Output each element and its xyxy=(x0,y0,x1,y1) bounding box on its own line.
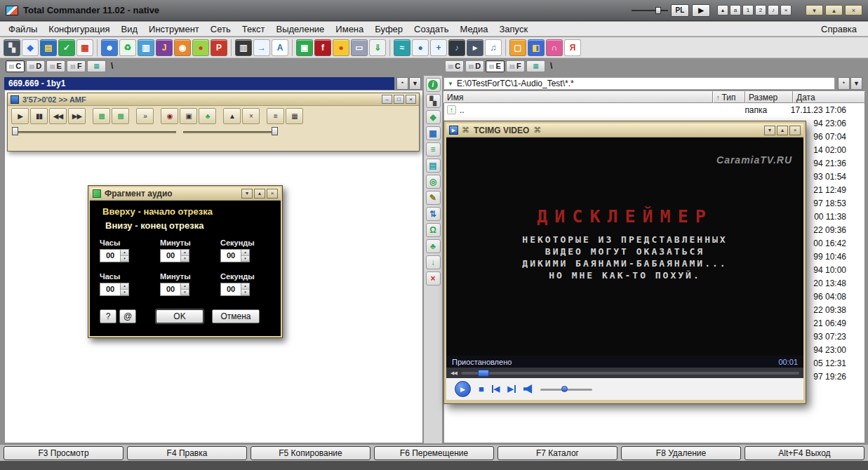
media-player-j-icon[interactable]: J xyxy=(156,39,173,56)
strip-layers-button[interactable]: ≡ xyxy=(426,142,441,156)
strip-table-button[interactable]: ▤ xyxy=(426,159,441,173)
doc-export-icon[interactable]: → xyxy=(253,39,270,56)
drive-button-right-f[interactable]: ▤F xyxy=(506,60,525,72)
menu-item-4[interactable]: Инструмент xyxy=(143,23,205,35)
player-pause-button[interactable]: ▮▮ xyxy=(30,108,48,124)
spinner-up-button[interactable]: ▴ xyxy=(121,250,128,256)
audio-player-window[interactable]: 3'57>0'02 >> AMF –□× ▶▮▮◀◀▶▶▩▩»◉▣♣▲×≡▦ xyxy=(7,93,420,152)
dos-box-icon[interactable]: ▚ xyxy=(4,39,20,56)
spinner-up-button[interactable]: ▴ xyxy=(181,250,189,256)
end-seconds-spinner[interactable]: 00▴▾ xyxy=(220,283,250,296)
spinner-up-button[interactable]: ▴ xyxy=(241,283,249,290)
drive-button-left-c[interactable]: ▤C xyxy=(6,60,25,72)
color-grid-icon[interactable]: ▦ xyxy=(76,39,93,56)
seek-bar[interactable] xyxy=(461,372,799,375)
player-playlist-button[interactable]: ≡ xyxy=(267,108,284,124)
video-display-area[interactable]: CaramiaTV.RU ДИСКЛЕЙМЕР НЕКОТОРЫЕ ИЗ ПРЕ… xyxy=(446,137,803,356)
film-icon[interactable]: ▥ xyxy=(235,39,252,56)
video-play-button[interactable]: ▶ xyxy=(455,381,471,397)
pdf-icon[interactable]: P xyxy=(211,39,227,56)
disk-check-icon[interactable]: ◆ xyxy=(22,39,39,56)
player-fast-forward-button[interactable]: » xyxy=(136,108,154,124)
titlebar-play-button[interactable]: ▶ xyxy=(692,4,710,17)
strip-omega-button[interactable]: Ω xyxy=(426,223,441,237)
video-previous-button[interactable]: ◀ xyxy=(492,385,500,393)
player-skin-icon[interactable]: ▸ xyxy=(467,39,483,56)
player-maximize-button[interactable]: □ xyxy=(394,95,404,104)
chart-pie-icon[interactable]: ● xyxy=(333,39,349,56)
video-stop-button[interactable]: ■ xyxy=(479,384,484,394)
pl-button[interactable]: PL xyxy=(671,4,689,17)
blue-red-split-icon[interactable]: ◧ xyxy=(528,39,545,56)
tv-icon[interactable]: ▤ xyxy=(40,39,57,56)
function-button-7[interactable]: Alt+F4 Выход xyxy=(745,446,864,460)
column-header-дата[interactable]: Дата xyxy=(793,91,865,103)
close-button[interactable]: × xyxy=(845,5,862,15)
menu-item-11[interactable]: Медиа xyxy=(454,23,493,35)
player-next-button[interactable]: ▶▶ xyxy=(68,108,86,124)
menu-item-6[interactable]: Текст xyxy=(236,23,271,35)
player-play-button[interactable]: ▶ xyxy=(11,108,29,124)
striped-monitor-icon[interactable]: ▥ xyxy=(138,39,154,56)
player-image-2-button[interactable]: ▩ xyxy=(112,108,129,124)
left-panel-path-header[interactable]: 669.669 - 1by1 xyxy=(4,77,394,90)
music-note-icon[interactable]: ♫ xyxy=(485,39,502,56)
player-grid-button[interactable]: ▦ xyxy=(286,108,303,124)
end-minutes-spinner[interactable]: 00▴▾ xyxy=(160,283,189,296)
player-previous-button[interactable]: ◀◀ xyxy=(49,108,67,124)
flow-icon[interactable]: ≈ xyxy=(394,39,410,56)
volume-slider-thumb[interactable] xyxy=(272,127,278,135)
right-panel-root-button[interactable]: * xyxy=(838,77,850,90)
strip-grid-button[interactable]: ▦ xyxy=(426,126,441,140)
column-header-имя[interactable]: Имя xyxy=(443,91,713,103)
globe-icon[interactable]: ● xyxy=(412,39,429,56)
speaker-icon[interactable] xyxy=(523,384,533,394)
video-player-window[interactable]: ▶ ⌘ TCIMG VIDEO ⌘ ▾ ▴ × CaramiaTV.RU ДИС… xyxy=(443,121,806,404)
network-drive-button-left[interactable]: ▦ xyxy=(87,60,106,72)
dialog-close-button[interactable]: × xyxy=(267,189,278,199)
menu-item-9[interactable]: Буфер xyxy=(369,23,408,35)
spinner-down-button[interactable]: ▾ xyxy=(121,256,128,262)
network-drive-button-right[interactable]: ▦ xyxy=(526,60,545,72)
function-button-2[interactable]: F4 Правка xyxy=(127,446,247,460)
start-seconds-spinner[interactable]: 00▴▾ xyxy=(220,249,250,262)
spinner-down-button[interactable]: ▾ xyxy=(121,290,128,296)
orange-tool-icon[interactable]: ▢ xyxy=(509,39,526,56)
camera-icon[interactable]: ◉ xyxy=(174,39,191,56)
video-volume-slider[interactable] xyxy=(540,385,592,394)
strip-info-button[interactable]: i xyxy=(426,78,441,92)
titlebar-slider[interactable] xyxy=(632,6,668,15)
rewind-icon[interactable]: ◀◀ xyxy=(450,370,457,376)
titlebar-mini-button-3[interactable]: 1 xyxy=(742,5,754,15)
left-panel-root-button[interactable]: * xyxy=(396,77,408,90)
video-minimize-button[interactable]: ▾ xyxy=(764,126,775,135)
titlebar-mini-button-1[interactable]: ▴ xyxy=(717,5,728,15)
antivirus-shield-icon[interactable]: ✓ xyxy=(58,39,75,56)
capsule-icon[interactable]: ● xyxy=(192,39,209,56)
audio-player-titlebar[interactable]: 3'57>0'02 >> AMF –□× xyxy=(8,93,419,106)
strip-clover-button[interactable]: ♣ xyxy=(426,239,441,253)
help-button[interactable]: ? xyxy=(100,309,116,323)
text-a-icon[interactable]: A xyxy=(272,39,288,56)
spinner-down-button[interactable]: ▾ xyxy=(181,290,189,296)
menu-item-8[interactable]: Имена xyxy=(330,23,369,35)
audio-fragment-dialog[interactable]: Фрагмент аудио ▾ ▴ × Вверху - начало отр… xyxy=(88,185,283,338)
drive-button-left-e[interactable]: ▤E xyxy=(46,60,65,72)
function-button-4[interactable]: F6 Перемещение xyxy=(374,446,494,460)
end-hours-spinner[interactable]: 00▴▾ xyxy=(100,283,129,296)
maximize-button[interactable]: ▴ xyxy=(825,5,843,15)
player-close-button[interactable]: × xyxy=(406,95,416,104)
menu-item-10[interactable]: Создать xyxy=(408,23,454,35)
flash-icon[interactable]: f xyxy=(314,39,331,56)
strip-spider-button[interactable]: ▚ xyxy=(426,94,441,108)
video-titlebar[interactable]: ▶ ⌘ TCIMG VIDEO ⌘ ▾ ▴ × xyxy=(446,123,803,137)
strip-search-button[interactable]: ◎ xyxy=(426,175,441,189)
volume-slider-track[interactable] xyxy=(183,131,276,133)
scanner-icon[interactable]: ▭ xyxy=(351,39,368,56)
player-eject-button[interactable]: ▲ xyxy=(223,108,241,124)
menu-item-7[interactable]: Выделение xyxy=(270,23,330,35)
titlebar-mini-button-4[interactable]: 2 xyxy=(755,5,766,15)
dialog-maximize-button[interactable]: ▴ xyxy=(254,189,265,199)
dialog-minimize-button[interactable]: ▾ xyxy=(241,189,253,199)
drive-button-left-d[interactable]: ▤D xyxy=(26,60,45,72)
